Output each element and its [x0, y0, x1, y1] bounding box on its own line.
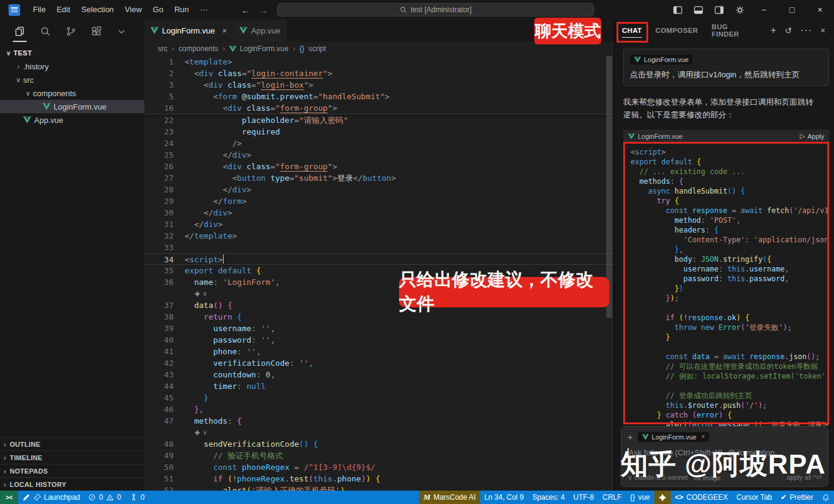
section-timeline[interactable]: ›TIMELINE [0, 450, 144, 464]
code-line[interactable]: 43 countdown: 0, [144, 369, 614, 380]
code-line[interactable]: 26 <div class="form-group"> [144, 161, 614, 172]
tab-app-vue[interactable]: App.vue [233, 19, 287, 41]
history-icon[interactable]: ↺ [785, 26, 792, 35]
marscode-codelens[interactable]: ∨ [194, 427, 207, 438]
code-line[interactable]: 50 const phoneRegex = /^1[3-9]\d{9}$/ [144, 461, 614, 473]
breadcrumb-script[interactable]: script [308, 44, 326, 53]
menu-view[interactable]: View [119, 0, 147, 19]
code-line[interactable]: 5 <form @submit.prevent="handleSubmit"> [144, 91, 614, 102]
forward-arrow-icon[interactable]: → [259, 5, 268, 15]
menu-edit[interactable]: Edit [51, 0, 76, 19]
code-line[interactable]: 49 // 验证手机号格式 [144, 450, 614, 461]
apply-button[interactable]: ▷ Apply [800, 132, 824, 140]
input-file-chip[interactable]: LoginForm.vue × [638, 432, 709, 442]
menu-selection[interactable]: Selection [76, 0, 119, 19]
toggle-sidebar-left-icon[interactable] [667, 0, 688, 19]
tree-root-test[interactable]: ∨ TEST [0, 46, 144, 60]
menu-run[interactable]: Run [169, 0, 194, 19]
command-search-input[interactable]: test [Administrator] [277, 3, 594, 16]
marscode-status-icon[interactable] [654, 491, 671, 504]
code-line[interactable]: 41 phone: '', [144, 346, 614, 357]
maximize-button[interactable]: □ [778, 0, 806, 19]
code-line[interactable]: 29 </form> [144, 195, 614, 207]
menu-[interactable]: ··· [194, 0, 213, 19]
close-window-button[interactable]: × [806, 0, 834, 19]
launchpad-button[interactable]: Launchpad [18, 491, 84, 504]
add-context-icon[interactable]: + [627, 432, 633, 442]
code-line[interactable]: 34<script> [144, 253, 614, 265]
encoding-setting[interactable]: UTF-8 [569, 491, 598, 504]
tree-item--history[interactable]: ›.history [0, 60, 144, 73]
code-line[interactable]: 32</template> [144, 230, 614, 242]
code-line[interactable]: 2 <div class="login-container"> [144, 68, 614, 79]
code-line[interactable]: 39 username: '', [144, 323, 614, 334]
tab-composer[interactable]: COMPOSER [656, 19, 698, 41]
settings-gear-icon[interactable] [729, 0, 750, 19]
code-line[interactable]: 52 alert('请输入正确的手机号码') [144, 485, 614, 491]
file-chip[interactable]: LoginForm.vue [630, 55, 693, 65]
code-line[interactable]: 45 } [144, 392, 614, 404]
indentation-setting[interactable]: Spaces: 4 [528, 491, 569, 504]
marscode-ai-button[interactable]: M MarsCode AI [419, 491, 480, 504]
code-line[interactable]: 24 /> [144, 138, 614, 149]
breadcrumb-components[interactable]: components [178, 44, 218, 53]
search-sidebar-icon[interactable] [40, 26, 51, 38]
cursor-tab-status[interactable]: Cursor Tab [732, 491, 776, 504]
notifications-bell-icon[interactable] [818, 491, 834, 504]
codegeex-status[interactable]: <> CODEGEEX [671, 491, 732, 504]
section-local-history[interactable]: ›LOCAL HISTORY [0, 477, 144, 491]
extensions-icon[interactable] [91, 26, 102, 38]
menu-file[interactable]: File [27, 0, 51, 19]
tree-item-src[interactable]: ∨src [0, 73, 144, 86]
section-outline[interactable]: ›OUTLINE [0, 437, 144, 450]
language-mode[interactable]: {} vue [626, 491, 654, 504]
code-line[interactable]: 33 [144, 242, 614, 253]
toggle-panel-bottom-icon[interactable] [688, 0, 709, 19]
code-line[interactable]: 16 <div class="form-group"> [144, 102, 614, 114]
code-line[interactable]: 30 </div> [144, 207, 614, 219]
marscode-codelens[interactable]: ∨ [194, 288, 207, 299]
remote-indicator[interactable]: >< [0, 491, 18, 504]
section-notepads[interactable]: ›NOTEPADS [0, 464, 144, 477]
back-arrow-icon[interactable]: ← [241, 5, 250, 15]
code-line[interactable]: 3 <div class="login-box"> [144, 79, 614, 91]
minimize-button[interactable]: − [750, 0, 778, 19]
code-line[interactable]: 25 </div> [144, 149, 614, 161]
code-line[interactable]: 44 timer: null [144, 380, 614, 392]
breadcrumb-file[interactable]: LoginForm.vue [239, 44, 288, 53]
code-line[interactable]: 28 </div> [144, 184, 614, 195]
problems-indicator[interactable]: 0 0 [84, 491, 125, 504]
code-line[interactable]: 1<template> [144, 56, 614, 68]
cursor-position[interactable]: Ln 34, Col 9 [480, 491, 528, 504]
code-line[interactable]: 47 methods: { [144, 415, 614, 427]
breadcrumb-src[interactable]: src [158, 44, 168, 53]
explorer-icon[interactable] [15, 26, 25, 38]
toggle-sidebar-right-icon[interactable] [709, 0, 729, 19]
tab-loginform-vue[interactable]: LoginForm.vue × [144, 19, 233, 41]
chevron-down-icon[interactable] [117, 27, 126, 37]
tree-item-app-vue[interactable]: App.vue [0, 113, 144, 127]
code-line[interactable]: 51 if (!phoneRegex.test(this.phone)) { [144, 473, 614, 485]
prettier-status[interactable]: ✔ Prettier [776, 491, 818, 504]
new-chat-icon[interactable]: + [771, 25, 776, 36]
code-line[interactable]: 31 </div> [144, 219, 614, 230]
code-line[interactable]: 40 password: '', [144, 334, 614, 346]
close-tab-icon[interactable]: × [222, 26, 227, 35]
code-line[interactable]: 42 verificationCode: '', [144, 357, 614, 369]
remove-chip-icon[interactable]: × [701, 433, 705, 440]
source-control-icon[interactable] [66, 26, 76, 38]
eol-setting[interactable]: CRLF [598, 491, 626, 504]
close-panel-icon[interactable]: × [821, 26, 825, 35]
tree-item-components[interactable]: ∨components [0, 86, 144, 100]
code-line[interactable]: 46 }, [144, 404, 614, 415]
code-line[interactable]: 23 required [144, 126, 614, 138]
more-actions-icon[interactable]: ··· [800, 25, 812, 36]
code-line[interactable]: 27 <button type="submit">登录</button> [144, 172, 614, 184]
code-line[interactable]: 22 placeholder="请输入密码" [144, 114, 614, 126]
ports-indicator[interactable]: 0 [125, 491, 149, 504]
tree-item-loginform-vue[interactable]: LoginForm.vue [0, 100, 144, 113]
codelens-row[interactable]: ∨ [144, 427, 614, 438]
menu-go[interactable]: Go [147, 0, 169, 19]
code-line[interactable]: 48 sendVerificationCode() { [144, 438, 614, 450]
tab-bug-finder[interactable]: BUG FINDER [712, 19, 757, 41]
